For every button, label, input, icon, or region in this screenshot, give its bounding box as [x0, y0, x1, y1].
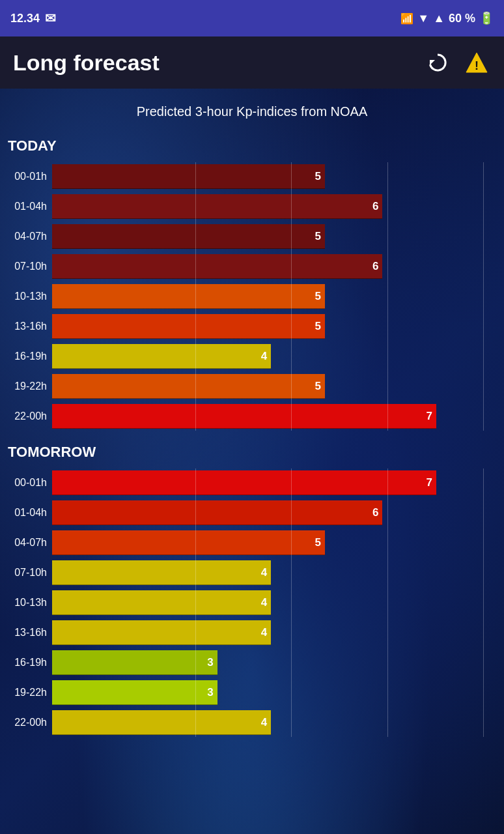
bluetooth-icon: 📶 [400, 12, 413, 25]
bar-row: 13-16h4 [5, 618, 499, 647]
bar-kp-value: 7 [427, 410, 432, 423]
bar-row: 10-13h4 [5, 588, 499, 617]
kp-bar: 5 [52, 530, 325, 555]
bar-time-label: 00-01h [5, 171, 52, 182]
bar-kp-value: 5 [315, 290, 320, 303]
page-title: Long forecast [13, 50, 160, 76]
bar-row: 00-01h5 [5, 162, 499, 191]
carrier-icon: ✉ [45, 10, 56, 26]
bar-kp-value: 6 [372, 506, 378, 519]
battery-text: 60 % [449, 12, 475, 25]
bar-kp-value: 4 [261, 626, 267, 639]
bar-kp-value: 5 [315, 380, 320, 393]
bar-kp-value: 5 [315, 320, 320, 333]
bar-area: 5 [52, 530, 499, 555]
kp-bar: 6 [52, 500, 382, 525]
bar-time-label: 01-04h [5, 507, 52, 519]
kp-bar: 5 [52, 164, 325, 189]
bar-kp-value: 5 [315, 170, 320, 183]
bar-area: 3 [52, 650, 499, 675]
kp-bar: 6 [52, 194, 382, 219]
bar-area: 7 [52, 404, 499, 429]
bar-kp-value: 4 [261, 596, 267, 609]
bar-kp-value: 7 [427, 476, 432, 489]
bar-row: 16-19h4 [5, 342, 499, 371]
main-content: Predicted 3-hour Kp-indices from NOAA TO… [0, 89, 504, 754]
bar-area: 4 [52, 710, 499, 735]
bar-area: 5 [52, 314, 499, 339]
kp-bar: 5 [52, 284, 325, 309]
bar-kp-value: 3 [207, 656, 213, 669]
status-left: 12.34 ✉ [10, 10, 56, 26]
time-display: 12.34 [10, 12, 40, 25]
bar-kp-value: 5 [315, 536, 320, 549]
svg-text:!: ! [475, 59, 479, 72]
bar-time-label: 10-13h [5, 597, 52, 609]
bar-kp-value: 4 [261, 350, 267, 363]
bar-kp-value: 4 [261, 566, 267, 579]
refresh-icon [426, 51, 449, 74]
wifi-icon: ▼ [417, 12, 429, 25]
bar-row: 01-04h6 [5, 192, 499, 221]
bar-kp-value: 3 [207, 686, 213, 699]
warning-button[interactable]: ! [462, 48, 491, 77]
bar-row: 07-10h4 [5, 558, 499, 587]
bar-kp-value: 6 [372, 200, 378, 213]
bar-area: 5 [52, 284, 499, 309]
tomorrow-bars-wrapper: 00-01h701-04h604-07h507-10h410-13h413-16… [5, 468, 499, 737]
today-bars-wrapper: 00-01h501-04h604-07h507-10h610-13h513-16… [5, 162, 499, 431]
bar-time-label: 04-07h [5, 231, 52, 242]
kp-bar: 5 [52, 374, 325, 399]
bar-time-label: 13-16h [5, 321, 52, 332]
bar-area: 4 [52, 560, 499, 585]
bar-kp-value: 4 [261, 716, 267, 729]
bar-time-label: 16-19h [5, 657, 52, 669]
battery-icon: 🔋 [479, 11, 494, 25]
kp-bar: 4 [52, 620, 271, 645]
bar-kp-value: 5 [315, 230, 320, 243]
bar-area: 5 [52, 224, 499, 249]
header-actions: ! [423, 48, 491, 77]
refresh-button[interactable] [423, 48, 452, 77]
bar-area: 4 [52, 620, 499, 645]
bar-row: 10-13h5 [5, 282, 499, 311]
status-bar: 12.34 ✉ 📶 ▼ ▲ 60 % 🔋 [0, 0, 504, 36]
bar-row: 07-10h6 [5, 252, 499, 281]
bar-row: 00-01h7 [5, 468, 499, 497]
kp-bar: 7 [52, 404, 436, 429]
status-right: 📶 ▼ ▲ 60 % 🔋 [400, 11, 494, 25]
kp-bar: 3 [52, 650, 217, 675]
app-header: Long forecast ! [0, 36, 504, 89]
kp-bar: 4 [52, 710, 271, 735]
kp-bar: 4 [52, 344, 271, 369]
bar-time-label: 04-07h [5, 537, 52, 549]
bar-area: 6 [52, 194, 499, 219]
kp-bar: 7 [52, 470, 436, 495]
bar-row: 16-19h3 [5, 648, 499, 677]
bar-row: 13-16h5 [5, 312, 499, 341]
bar-row: 04-07h5 [5, 222, 499, 251]
kp-bar: 3 [52, 680, 217, 705]
bar-area: 4 [52, 590, 499, 615]
bar-time-label: 19-22h [5, 687, 52, 698]
warning-icon: ! [465, 51, 488, 74]
svg-marker-0 [430, 60, 435, 65]
bar-area: 3 [52, 680, 499, 705]
bar-row: 22-00h7 [5, 402, 499, 431]
bar-area: 5 [52, 374, 499, 399]
tomorrow-chart: TOMORROW 00-01h701-04h604-07h507-10h410-… [5, 444, 499, 737]
bar-area: 4 [52, 344, 499, 369]
bar-time-label: 00-01h [5, 477, 52, 489]
bar-time-label: 19-22h [5, 381, 52, 392]
chart-subtitle: Predicted 3-hour Kp-indices from NOAA [5, 99, 499, 124]
bar-time-label: 16-19h [5, 351, 52, 362]
bar-kp-value: 6 [372, 260, 378, 273]
bar-time-label: 22-00h [5, 717, 52, 728]
bar-time-label: 01-04h [5, 201, 52, 212]
kp-bar: 5 [52, 314, 325, 339]
bar-area: 5 [52, 164, 499, 189]
bar-area: 6 [52, 500, 499, 525]
kp-bar: 4 [52, 590, 271, 615]
bar-row: 04-07h5 [5, 528, 499, 557]
bar-row: 22-00h4 [5, 708, 499, 737]
